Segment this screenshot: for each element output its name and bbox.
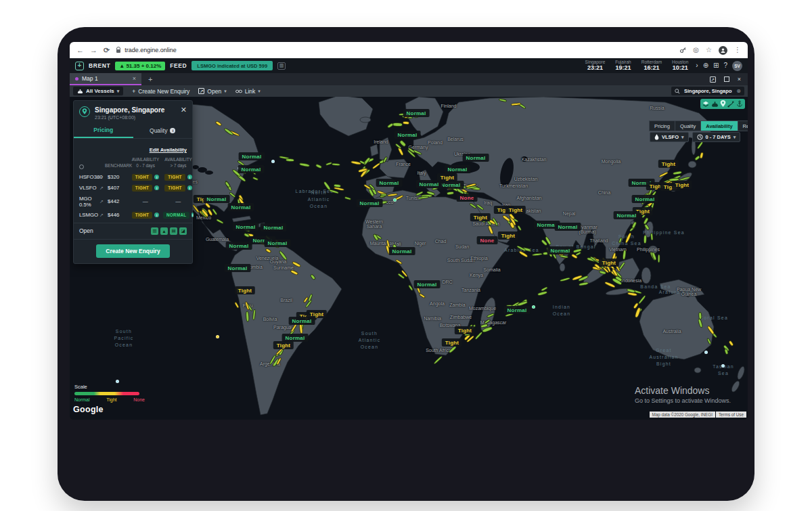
google-logo: Google — [73, 405, 104, 414]
tab-quality[interactable]: Quality — [675, 120, 701, 131]
link-menu[interactable]: Link ▾ — [235, 88, 261, 95]
legend-gradient-bar — [74, 392, 139, 395]
info-icon[interactable]: i — [191, 213, 194, 217]
info-icon[interactable]: i — [187, 175, 192, 179]
url-text[interactable]: trade.engine.online — [125, 47, 177, 53]
table-row[interactable]: VLSFO↗ $407 TIGHTi TIGHTi — [74, 183, 192, 194]
external-link-icon[interactable]: ↗ — [99, 199, 108, 204]
info-icon[interactable]: i — [187, 185, 192, 190]
table-row[interactable]: MGO 0.5%↗ $442 —i —i — [74, 194, 192, 210]
tab-label: Map 1 — [82, 75, 129, 82]
location-search[interactable]: ⊗ — [671, 87, 744, 95]
pricing-table-header: BENCHMARK AVAILABILITY0 - 7 days AVAILAB… — [74, 155, 192, 172]
layers-icon[interactable] — [702, 101, 709, 108]
close-panel-icon[interactable]: ✕ — [181, 106, 187, 114]
browser-window: ← → ⟳ trade.engine.online ◎ ☆ ⋮ + BRENT … — [70, 42, 748, 420]
globe-icon[interactable]: ⊕ — [703, 62, 708, 69]
days-range-select[interactable]: 0 - 7 DAYS ▾ — [692, 132, 741, 142]
info-icon: i — [170, 128, 175, 133]
document-icon[interactable]: ▤ — [170, 227, 177, 235]
clock-rotterdam: Rotterdam16:21 — [641, 60, 662, 71]
open-section-label: Open — [79, 227, 93, 234]
feed-list-icon[interactable]: ▥ — [277, 62, 286, 70]
profile-avatar[interactable] — [719, 46, 727, 55]
info-icon[interactable]: i — [154, 175, 159, 179]
chevron-down-icon: ▾ — [224, 89, 227, 94]
feed-label: FEED — [170, 62, 187, 69]
device-frame: ← → ⟳ trade.engine.online ◎ ☆ ⋮ + BRENT … — [58, 27, 754, 501]
screenshot-stage: ← → ⟳ trade.engine.online ◎ ☆ ⋮ + BRENT … — [0, 0, 812, 511]
legend-tight: Tight — [106, 397, 116, 402]
terms-of-use-link[interactable]: Terms of Use — [716, 412, 746, 418]
scale-legend: Scale Normal Tight None — [74, 384, 145, 402]
create-enquiry-button[interactable]: + Create New Enquiry — [132, 88, 189, 95]
plus-icon: + — [132, 88, 135, 95]
table-row[interactable]: HSFO380↗ $320 TIGHTi TIGHTi — [74, 172, 192, 183]
key-icon[interactable] — [679, 47, 686, 53]
tab-availability[interactable]: Availability — [700, 120, 738, 131]
clock-icon — [697, 134, 703, 140]
flask-icon[interactable]: ▲ — [160, 227, 168, 235]
tab-close-icon[interactable]: × — [133, 75, 136, 82]
brent-price-badge[interactable]: ▲ 51.35 + 0.12% — [115, 62, 165, 70]
clock-fujairah: Fujairah19:21 — [615, 60, 631, 71]
tab-map-1[interactable]: Map 1 × — [70, 73, 141, 85]
info-icon[interactable]: i — [154, 213, 159, 217]
tab-pricing[interactable]: Pricing — [649, 120, 675, 131]
user-avatar[interactable]: SV — [732, 61, 742, 71]
panel-tab-pricing[interactable]: Pricing — [74, 124, 133, 138]
reload-icon[interactable]: ⟳ — [104, 47, 110, 54]
forward-icon[interactable]: → — [90, 47, 97, 54]
chart-icon[interactable]: ▥ — [151, 227, 158, 235]
back-icon[interactable]: ← — [76, 47, 84, 54]
extension-icon[interactable]: ◎ — [693, 47, 699, 53]
app-topbar: + BRENT ▲ 51.35 + 0.12% FEED LSMGO indic… — [70, 58, 748, 73]
grade-icon — [79, 164, 84, 169]
route-icon[interactable] — [727, 101, 734, 108]
anchor-icon[interactable] — [736, 100, 743, 108]
apps-grid-icon[interactable]: ⊞ — [713, 62, 719, 69]
external-link-icon[interactable]: ↗ — [99, 185, 108, 191]
new-tab-button[interactable]: + — [141, 73, 159, 85]
help-icon[interactable]: ? — [723, 62, 727, 69]
popout-icon[interactable]: ↗ — [710, 76, 716, 83]
menu-dots-icon[interactable]: ⋮ — [734, 47, 741, 53]
workspace-tabs: Map 1 × + ↗ × — [70, 73, 748, 85]
search-input[interactable] — [683, 87, 734, 95]
panel-tab-quality[interactable]: Qualityi — [133, 124, 193, 138]
browser-chrome: ← → ⟳ trade.engine.online ◎ ☆ ⋮ — [70, 42, 748, 58]
map-tools-bar — [700, 99, 745, 109]
close-workspace-icon[interactable]: × — [738, 76, 741, 83]
table-row[interactable]: LSMGO↗ $446 TIGHTi NORMALi — [74, 210, 192, 221]
ship-icon[interactable] — [711, 101, 719, 108]
clocks-expand-icon[interactable]: › — [696, 62, 698, 69]
info-icon[interactable]: i — [154, 185, 159, 190]
edit-availability-link[interactable]: Edit Availability — [150, 147, 187, 153]
open-menu[interactable]: ↗ Open ▾ — [198, 88, 226, 95]
app-logo-icon[interactable]: + — [75, 62, 84, 70]
lock-icon — [116, 47, 121, 53]
legend-none: None — [133, 397, 145, 402]
feed-ticker[interactable]: LSMGO indicated at USD 599 — [191, 61, 273, 70]
location-pin-icon[interactable] — [720, 100, 726, 108]
external-link-icon[interactable]: ↗ — [99, 175, 108, 180]
chevron-down-icon: ▾ — [681, 135, 684, 140]
card-icon[interactable]: ◪ — [179, 227, 187, 235]
tab-accent-dot — [75, 77, 78, 81]
chevron-down-icon: ▾ — [734, 135, 736, 140]
create-new-enquiry-button[interactable]: Create New Enquiry — [96, 244, 169, 258]
clear-search-icon[interactable]: ⊗ — [736, 88, 741, 94]
world-map-canvas[interactable]: Hudson BayLabrador SeaNorth Atlantic Oce… — [70, 97, 748, 420]
fuel-select[interactable]: VLSFO ▾ — [650, 132, 689, 142]
availability-filters: VLSFO ▾ 0 - 7 DAYS ▾ — [650, 132, 740, 142]
link-icon — [235, 89, 242, 93]
external-link-icon[interactable]: ↗ — [99, 213, 108, 218]
bookmark-star-icon[interactable]: ☆ — [706, 47, 712, 53]
availability-view-tabs: Pricing Quality Availability Report — [650, 120, 748, 131]
vessels-filter-select[interactable]: All Vessels ▾ — [73, 87, 123, 95]
port-pin-icon — [79, 106, 90, 117]
brent-label: BRENT — [89, 62, 110, 69]
maximize-icon[interactable] — [724, 76, 729, 82]
tab-report[interactable]: Report — [738, 120, 748, 131]
map-toolbar: All Vessels ▾ + Create New Enquiry ↗ Ope… — [70, 85, 748, 97]
